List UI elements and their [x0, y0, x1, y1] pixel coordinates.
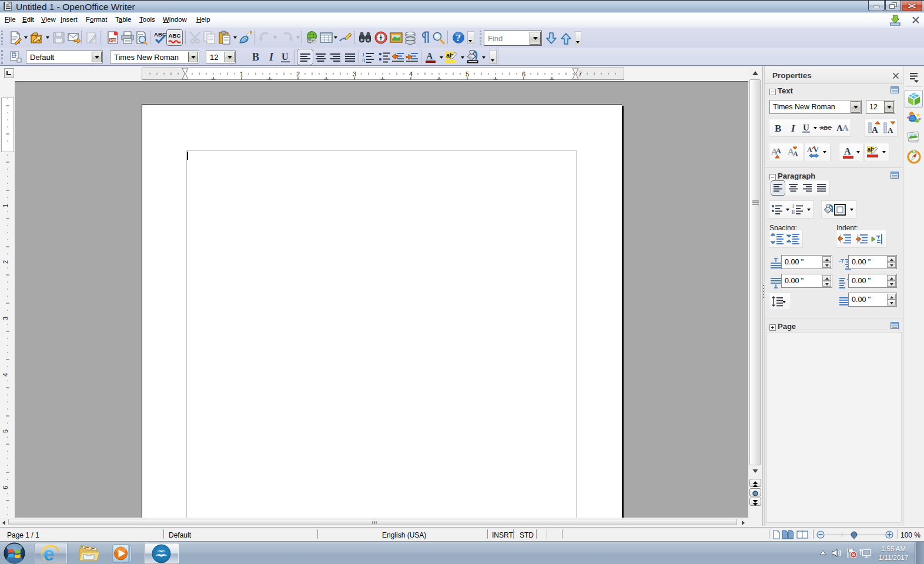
svg-text:A: A [888, 126, 893, 135]
svg-text:2: 2 [2, 260, 9, 264]
svg-text:U: U [803, 123, 809, 132]
svg-text:4: 4 [409, 70, 413, 78]
svg-text:4: 4 [2, 373, 9, 377]
svg-text:U: U [282, 52, 289, 62]
svg-text:I: I [363, 52, 364, 58]
svg-text:A: A [776, 147, 781, 155]
svg-text:5: 5 [2, 429, 9, 433]
svg-text:II: II [362, 58, 366, 63]
svg-text:A: A [426, 51, 433, 61]
svg-text:ABC: ABC [169, 32, 181, 39]
svg-text:A: A [842, 123, 849, 133]
svg-text:I: I [792, 204, 794, 209]
svg-text:N: N [913, 149, 916, 153]
svg-text:B: B [775, 123, 781, 134]
svg-text:A: A [844, 146, 851, 156]
svg-text:1: 1 [2, 204, 9, 207]
svg-text:5: 5 [466, 70, 469, 78]
svg-text:3: 3 [2, 317, 9, 320]
svg-text:?: ? [456, 32, 461, 43]
svg-text:1: 1 [240, 70, 243, 78]
svg-text:A: A [872, 125, 878, 135]
svg-text:2: 2 [296, 70, 300, 78]
svg-text:A: A [807, 146, 812, 154]
svg-text:6: 6 [2, 486, 9, 489]
svg-text:B: B [252, 51, 259, 63]
svg-text:I: I [791, 123, 796, 134]
svg-text:3: 3 [353, 70, 356, 78]
svg-text:I: I [269, 51, 274, 63]
svg-text:7: 7 [578, 70, 582, 78]
svg-text:6: 6 [522, 70, 525, 78]
svg-text:II: II [792, 210, 795, 215]
svg-text:A: A [793, 150, 798, 158]
svg-text:PDF: PDF [110, 38, 118, 42]
